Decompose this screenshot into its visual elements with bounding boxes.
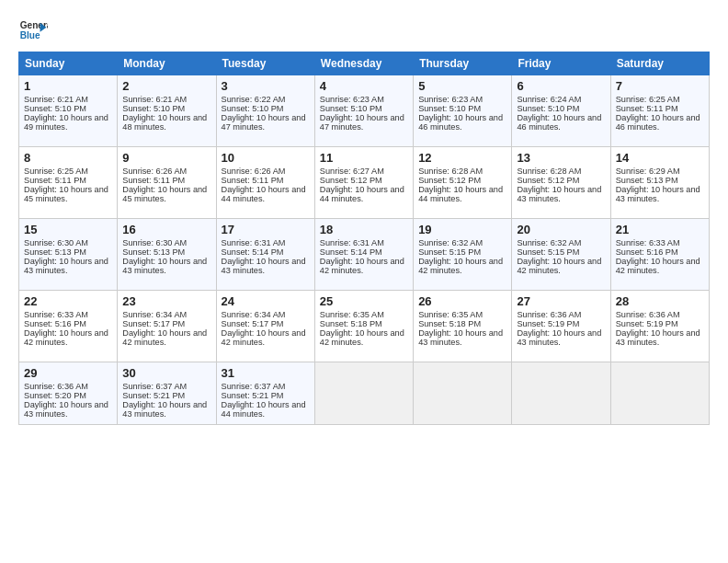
day-number: 10 — [222, 151, 310, 165]
svg-text:Blue: Blue — [20, 30, 40, 40]
weekday-header: Monday — [118, 52, 216, 75]
calendar-cell: 11Sunrise: 6:27 AMSunset: 5:12 PMDayligh… — [314, 147, 413, 219]
day-number: 23 — [122, 294, 210, 308]
calendar-body: 1Sunrise: 6:21 AMSunset: 5:10 PMDaylight… — [19, 75, 710, 425]
calendar-cell: 8Sunrise: 6:25 AMSunset: 5:11 PMDaylight… — [19, 147, 118, 219]
day-number: 8 — [24, 151, 112, 165]
day-number: 14 — [616, 151, 704, 165]
weekday-header: Wednesday — [314, 52, 413, 75]
day-number: 30 — [122, 366, 210, 380]
weekday-header: Thursday — [414, 52, 512, 75]
calendar-cell: 10Sunrise: 6:26 AMSunset: 5:11 PMDayligh… — [216, 147, 314, 219]
calendar-cell: 22Sunrise: 6:33 AMSunset: 5:16 PMDayligh… — [19, 291, 118, 362]
day-number: 16 — [122, 223, 210, 236]
day-number: 13 — [517, 151, 605, 165]
calendar-cell: 23Sunrise: 6:34 AMSunset: 5:17 PMDayligh… — [118, 291, 216, 362]
calendar-cell — [414, 362, 512, 425]
calendar-cell: 17Sunrise: 6:31 AMSunset: 5:14 PMDayligh… — [216, 219, 314, 291]
calendar-cell: 25Sunrise: 6:35 AMSunset: 5:18 PMDayligh… — [314, 291, 413, 362]
day-number: 2 — [122, 79, 210, 93]
weekday-header: Sunday — [19, 52, 118, 75]
calendar-cell: 19Sunrise: 6:32 AMSunset: 5:15 PMDayligh… — [414, 219, 512, 291]
calendar-cell: 3Sunrise: 6:22 AMSunset: 5:10 PMDaylight… — [216, 75, 314, 147]
day-number: 19 — [418, 223, 506, 236]
logo-icon: General Blue — [18, 17, 48, 46]
calendar-cell: 7Sunrise: 6:25 AMSunset: 5:11 PMDaylight… — [610, 75, 709, 147]
day-number: 7 — [616, 79, 704, 93]
calendar-cell: 5Sunrise: 6:23 AMSunset: 5:10 PMDaylight… — [414, 75, 512, 147]
calendar-cell: 30Sunrise: 6:37 AMSunset: 5:21 PMDayligh… — [118, 362, 216, 425]
calendar-cell: 29Sunrise: 6:36 AMSunset: 5:20 PMDayligh… — [19, 362, 118, 425]
day-number: 12 — [418, 151, 506, 165]
calendar-cell: 28Sunrise: 6:36 AMSunset: 5:19 PMDayligh… — [610, 291, 709, 362]
day-number: 11 — [320, 151, 408, 165]
calendar-cell: 6Sunrise: 6:24 AMSunset: 5:10 PMDaylight… — [512, 75, 610, 147]
weekday-header: Friday — [512, 52, 610, 75]
calendar-cell: 27Sunrise: 6:36 AMSunset: 5:19 PMDayligh… — [512, 291, 610, 362]
day-number: 3 — [222, 79, 310, 93]
day-number: 5 — [418, 79, 506, 93]
day-number: 18 — [320, 223, 408, 236]
calendar-cell: 2Sunrise: 6:21 AMSunset: 5:10 PMDaylight… — [118, 75, 216, 147]
calendar-cell: 12Sunrise: 6:28 AMSunset: 5:12 PMDayligh… — [414, 147, 512, 219]
calendar-cell: 21Sunrise: 6:33 AMSunset: 5:16 PMDayligh… — [610, 219, 709, 291]
calendar-cell: 14Sunrise: 6:29 AMSunset: 5:13 PMDayligh… — [610, 147, 709, 219]
calendar-cell — [610, 362, 709, 425]
day-number: 24 — [222, 294, 310, 308]
header: General Blue — [18, 17, 710, 46]
calendar-cell: 4Sunrise: 6:23 AMSunset: 5:10 PMDaylight… — [314, 75, 413, 147]
day-number: 22 — [24, 294, 112, 308]
day-number: 28 — [616, 294, 704, 308]
day-number: 25 — [320, 294, 408, 308]
day-number: 15 — [24, 223, 112, 236]
day-number: 26 — [418, 294, 506, 308]
day-number: 4 — [320, 79, 408, 93]
calendar-cell — [512, 362, 610, 425]
calendar-cell: 16Sunrise: 6:30 AMSunset: 5:13 PMDayligh… — [118, 219, 216, 291]
calendar-cell: 31Sunrise: 6:37 AMSunset: 5:21 PMDayligh… — [216, 362, 314, 425]
calendar-header: SundayMondayTuesdayWednesdayThursdayFrid… — [19, 52, 710, 75]
day-number: 21 — [616, 223, 704, 236]
weekday-header: Tuesday — [216, 52, 314, 75]
weekday-header: Saturday — [610, 52, 709, 75]
day-number: 20 — [517, 223, 605, 236]
day-number: 27 — [517, 294, 605, 308]
calendar-page: General Blue SundayMondayTuesdayWednesda… — [0, 0, 728, 563]
calendar-table: SundayMondayTuesdayWednesdayThursdayFrid… — [18, 52, 710, 425]
calendar-cell — [314, 362, 413, 425]
day-number: 9 — [122, 151, 210, 165]
day-number: 6 — [517, 79, 605, 93]
calendar-cell: 13Sunrise: 6:28 AMSunset: 5:12 PMDayligh… — [512, 147, 610, 219]
day-number: 17 — [222, 223, 310, 236]
calendar-cell: 24Sunrise: 6:34 AMSunset: 5:17 PMDayligh… — [216, 291, 314, 362]
day-number: 29 — [24, 366, 112, 380]
calendar-cell: 9Sunrise: 6:26 AMSunset: 5:11 PMDaylight… — [118, 147, 216, 219]
day-number: 1 — [24, 79, 112, 93]
logo: General Blue — [18, 17, 48, 46]
calendar-cell: 26Sunrise: 6:35 AMSunset: 5:18 PMDayligh… — [414, 291, 512, 362]
calendar-cell: 18Sunrise: 6:31 AMSunset: 5:14 PMDayligh… — [314, 219, 413, 291]
calendar-cell: 15Sunrise: 6:30 AMSunset: 5:13 PMDayligh… — [19, 219, 118, 291]
calendar-cell: 20Sunrise: 6:32 AMSunset: 5:15 PMDayligh… — [512, 219, 610, 291]
day-number: 31 — [222, 366, 310, 380]
calendar-cell: 1Sunrise: 6:21 AMSunset: 5:10 PMDaylight… — [19, 75, 118, 147]
